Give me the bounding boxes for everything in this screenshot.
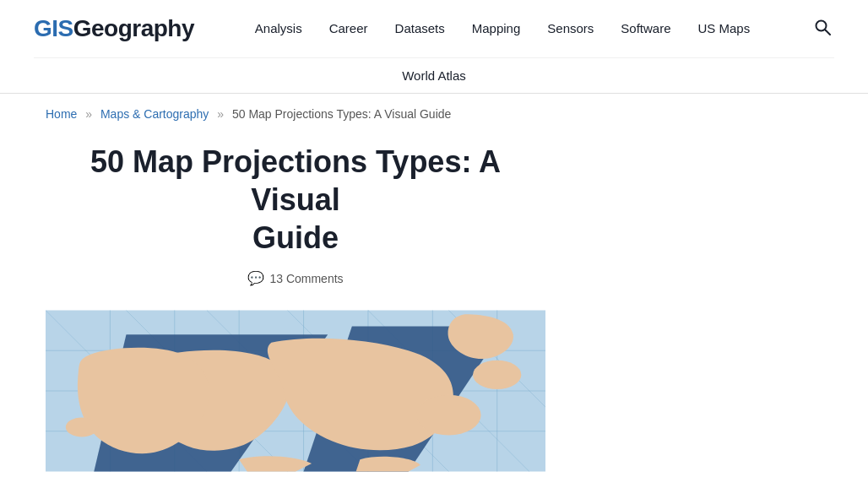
breadcrumb-maps-cartography[interactable]: Maps & Cartography <box>100 107 209 121</box>
map-image <box>46 306 545 475</box>
svg-point-0 <box>816 20 827 30</box>
svg-point-21 <box>416 395 480 436</box>
logo-gis: GIS <box>34 15 73 42</box>
nav-item-mapping[interactable]: Mapping <box>458 0 534 57</box>
svg-point-23 <box>66 418 98 437</box>
nav-item-software[interactable]: Software <box>607 0 684 57</box>
logo-geography: Geography <box>73 15 194 42</box>
site-logo[interactable]: GISGeography <box>34 15 194 42</box>
map-container <box>46 306 545 475</box>
comment-icon: 💬 <box>247 270 264 286</box>
nav-item-sensors[interactable]: Sensors <box>534 0 607 57</box>
nav-item-us-maps[interactable]: US Maps <box>685 0 764 57</box>
svg-line-1 <box>826 30 831 35</box>
breadcrumb-sep-2: » <box>217 107 224 121</box>
breadcrumb-current: 50 Map Projections Types: A Visual Guide <box>232 107 451 121</box>
nav-item-world-atlas[interactable]: World Atlas <box>385 58 483 93</box>
nav-item-analysis[interactable]: Analysis <box>241 0 316 57</box>
search-icon[interactable] <box>811 15 834 43</box>
post-meta: 💬 13 Comments <box>46 270 545 286</box>
breadcrumb-home[interactable]: Home <box>46 107 77 121</box>
comments-count[interactable]: 13 Comments <box>269 272 343 285</box>
map-projection-svg <box>46 306 545 475</box>
nav-top: GISGeography Analysis Career Datasets Ma… <box>34 0 834 57</box>
breadcrumb-sep-1: » <box>85 107 92 121</box>
nav-bottom: World Atlas <box>34 57 834 93</box>
svg-point-22 <box>473 361 521 389</box>
nav-item-career[interactable]: Career <box>316 0 382 57</box>
page-title: 50 Map Projections Types: A Visual Guide <box>46 143 545 257</box>
main-nav: Analysis Career Datasets Mapping Sensors… <box>241 0 763 57</box>
main-content: 50 Map Projections Types: A Visual Guide… <box>0 134 591 488</box>
nav-item-datasets[interactable]: Datasets <box>382 0 458 57</box>
breadcrumb: Home » Maps & Cartography » 50 Map Proje… <box>0 94 868 134</box>
site-header: GISGeography Analysis Career Datasets Ma… <box>0 0 868 94</box>
